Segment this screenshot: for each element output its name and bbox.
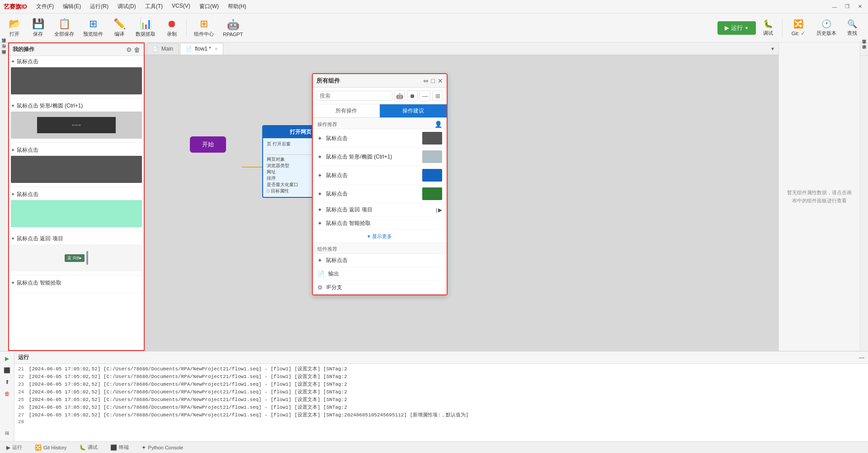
close-button[interactable]: ✕	[855, 2, 864, 11]
vert-label-components[interactable]: 组件	[0, 48, 8, 54]
history-button[interactable]: 🕐 历史版本	[813, 17, 840, 38]
compile-label: 编译	[114, 31, 124, 37]
left-panel-actions: ⚙ 🗑	[126, 46, 140, 53]
comp-item-4[interactable]: ✦ 鼠标点击	[313, 185, 447, 203]
run-delete-btn[interactable]: 🗑	[3, 389, 12, 398]
open-button[interactable]: 📂 打开	[4, 15, 25, 41]
menu-file[interactable]: 文件(F)	[34, 2, 56, 11]
op-item-title-5[interactable]: ✦ 鼠标点击 返回 项目	[11, 235, 142, 243]
op-icon-3: ✦	[11, 147, 15, 153]
history-icon: 🕐	[821, 19, 831, 29]
comp-item-2[interactable]: ✦ 鼠标点击 矩形/椭圆 (Ctrl+1)	[313, 148, 447, 166]
comp-item-cr-1[interactable]: ✦ 鼠标点击	[313, 254, 447, 267]
statusbar: ▶ 运行 🔀 Git History 🐛 调试 ⬛ 终端 ✦ Python Co…	[0, 441, 868, 453]
cp-expand-icon[interactable]: □	[431, 77, 435, 84]
run-close-icon[interactable]: —	[859, 355, 864, 361]
menu-run[interactable]: 运行(R)	[88, 2, 110, 11]
compile-button[interactable]: ✏️ 编译	[108, 15, 130, 41]
toolbar-right: ▶ 运行 ▼ 🐛 调试 🔀 Git: ✓ 🕐 历史版本 🔍 查找	[717, 17, 864, 38]
menu-tools[interactable]: 工具(T)	[143, 2, 165, 11]
save-all-label: 全部保存	[54, 31, 74, 37]
list-item: ✦ 鼠标点击 返回 项目 蓝 向B▸	[11, 235, 142, 276]
run-upload-btn[interactable]: ⬆	[3, 378, 12, 387]
op-item-title-6[interactable]: ✦ 鼠标点击 智能拾取	[11, 279, 142, 287]
comp-tab-all[interactable]: 所有操作	[313, 104, 380, 117]
menu-debug[interactable]: 调试(D)	[116, 2, 138, 11]
comp-item-1[interactable]: ✦ 鼠标点击	[313, 129, 447, 148]
comp-search-more-btn[interactable]: —	[420, 90, 430, 101]
left-panel: 我的操作 ⚙ 🗑 ✦ 鼠标点击 ✦ 鼠标点击 矩形/椭圆 (Ctrl+1)	[8, 42, 145, 351]
menu-vcs[interactable]: VCS(V)	[170, 2, 192, 11]
op-item-title-1[interactable]: ✦ 鼠标点击	[11, 58, 142, 65]
cp-shrink-icon[interactable]: ⇔	[423, 77, 429, 84]
save-all-button[interactable]: 📋 全部保存	[51, 15, 78, 41]
maximize-button[interactable]: ❐	[843, 2, 852, 11]
op-icon-1: ✦	[11, 59, 15, 65]
list-item: ✦ 鼠标点击 智能拾取	[11, 279, 142, 293]
data-capture-button[interactable]: 📊 数据抓取	[132, 15, 159, 41]
vert-right-label2[interactable]: 辅助手	[860, 50, 868, 56]
tab-arrow[interactable]: ▾	[769, 45, 777, 53]
delete-icon[interactable]: 🗑	[134, 46, 140, 53]
comp-recommend-label: 组件推荐	[317, 246, 337, 252]
op-item-title-2[interactable]: ✦ 鼠标点击 矩形/椭圆 (Ctrl+1)	[11, 102, 142, 110]
rpagpt-button[interactable]: 🤖 RPAGPT	[219, 15, 246, 41]
save-button[interactable]: 💾 保存	[27, 15, 49, 41]
minimize-button[interactable]: —	[830, 2, 839, 11]
comp-item-5[interactable]: ✦ 鼠标点击 返回 项目 | ▶	[313, 203, 447, 217]
comp-search-grid-btn[interactable]: ⊞	[432, 90, 443, 101]
vert-label-project[interactable]: 我的工程	[0, 42, 8, 48]
statusbar-python-btn[interactable]: ✦ Python Console	[139, 444, 186, 452]
op-name-3: 鼠标点击	[17, 146, 38, 154]
run-stop-btn[interactable]: ⬛	[3, 366, 12, 375]
component-center-button[interactable]: ⊞ 组件中心	[190, 15, 217, 41]
comp-search-record-btn[interactable]: ⏺	[407, 90, 418, 101]
op-item-title-3[interactable]: ✦ 鼠标点击	[11, 146, 142, 154]
comp-item-cr-3[interactable]: ⚙ IF分支	[313, 281, 447, 294]
vert-label-myops[interactable]: 我的操作	[0, 54, 8, 60]
cp-close-icon[interactable]: ✕	[438, 77, 443, 84]
settings-icon[interactable]: ⚙	[126, 46, 132, 53]
comp-search-ai-btn[interactable]: 🤖	[394, 90, 405, 101]
comp-item-cr-2[interactable]: 📄 输出	[313, 267, 447, 281]
preview-button[interactable]: ⊞ 预览组件	[80, 15, 107, 41]
comp-section-ops-recommend: 操作推荐 👤	[313, 118, 447, 129]
list-item: ✦ 鼠标点击	[11, 58, 142, 98]
comp-item-3[interactable]: ✦ 鼠标点击	[313, 166, 447, 185]
statusbar-terminal-icon: ⬛	[110, 444, 117, 451]
user-icon: 👤	[434, 121, 442, 128]
search-toolbar-button[interactable]: 🔍 查找	[844, 17, 861, 38]
statusbar-run-label: 运行	[12, 444, 22, 451]
record-button[interactable]: ⏺ 录制	[161, 15, 183, 41]
statusbar-terminal-btn[interactable]: ⬛ 终端	[108, 443, 132, 452]
menu-help[interactable]: 帮助(H)	[226, 2, 248, 11]
git-commit-button[interactable]: 🔀 Git: ✓	[788, 17, 809, 38]
comp-item-thumb-4	[422, 187, 442, 200]
run-play-btn[interactable]: ▶	[3, 354, 12, 363]
comp-search-input[interactable]	[316, 91, 392, 101]
run-button[interactable]: ▶ 运行 ▼	[717, 21, 756, 35]
tab-flow1[interactable]: 📄 flow1 * ×	[180, 43, 223, 55]
comp-item-text-3: 鼠标点击	[326, 172, 419, 179]
canvas-content[interactable]: 开始 打开网页 页 打开后窗 返回值 网页对象 浏览器类型 网址 排序 是否最大…	[145, 55, 778, 351]
statusbar-git-history-btn[interactable]: 🔀 Git History	[32, 444, 69, 452]
vert-right-label[interactable]: 我的元素	[860, 44, 868, 50]
tab-main[interactable]: 📄 Main	[146, 43, 179, 55]
menu-edit[interactable]: 编辑(E)	[61, 2, 83, 11]
menu-window[interactable]: 窗口(W)	[198, 2, 221, 11]
comp-tab-suggest[interactable]: 操作建议	[380, 104, 447, 117]
debug-toolbar-button[interactable]: 🐛 调试	[760, 17, 777, 38]
op-item-title-4[interactable]: ✦ 鼠标点击	[11, 191, 142, 198]
comp-item-icon-3: ✦	[317, 172, 322, 179]
tab-flow1-close[interactable]: ×	[215, 46, 217, 51]
run-header: 运行 —	[14, 351, 868, 364]
statusbar-run-btn[interactable]: ▶ 运行	[4, 443, 25, 452]
statusbar-debug-label: 调试	[88, 444, 98, 451]
statusbar-debug-btn[interactable]: 🐛 调试	[76, 443, 100, 452]
show-more-btn[interactable]: ▾ 显示更多	[313, 230, 447, 243]
start-node[interactable]: 开始	[190, 136, 226, 153]
vert-sidebar-right: 我的元素 辅助手	[860, 42, 868, 351]
comp-item-6[interactable]: ✦ 鼠标点击 智能拾取	[313, 217, 447, 230]
log-line-22: 22 [2024-06-05 17:05:02,52] [C:/Users/78…	[18, 373, 864, 380]
comp-panel-header: 所有组件 ⇔ □ ✕	[313, 74, 447, 88]
